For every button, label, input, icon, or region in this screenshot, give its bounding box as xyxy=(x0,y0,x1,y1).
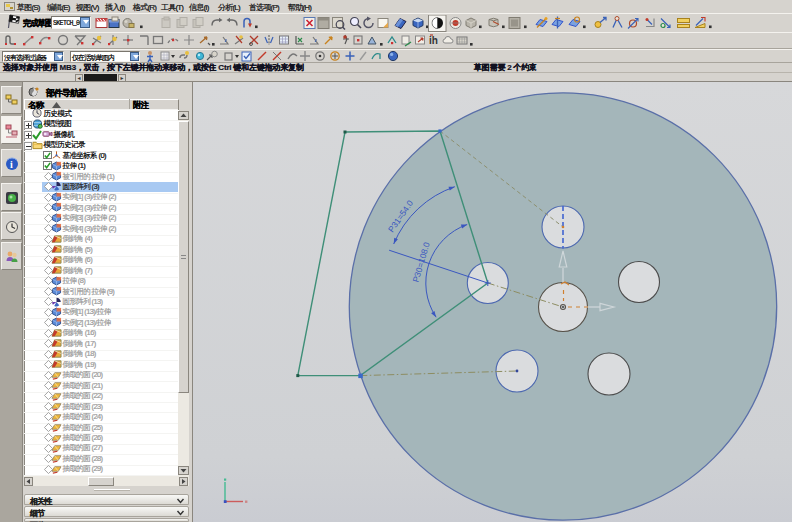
svg-text:ih: ih xyxy=(429,35,438,46)
svg-text:i: i xyxy=(10,159,13,170)
